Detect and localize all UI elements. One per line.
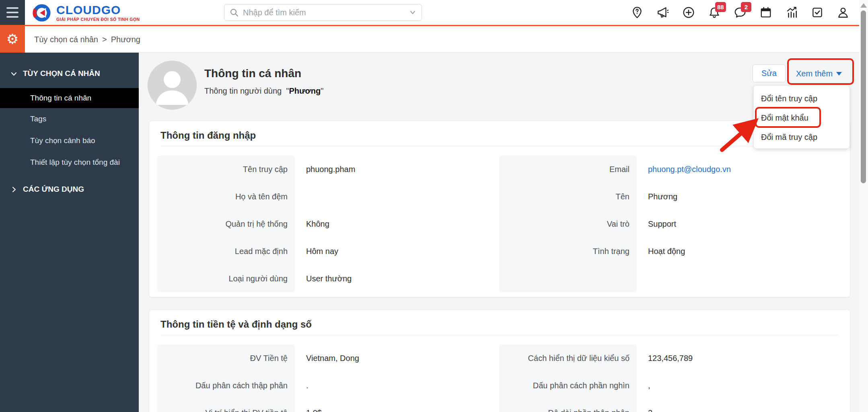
scrollbar-thumb[interactable] — [861, 10, 866, 183]
breadcrumb-bar: ⚙ Tùy chọn cá nhân > Phương — [0, 26, 868, 53]
breadcrumb-current: Phương — [111, 35, 140, 44]
cloudgo-logo: CLOUDGO GIẢI PHÁP CHUYỂN ĐỔI SỐ TINH GỌN — [31, 2, 140, 23]
page-subtitle: Thông tin người dùng "Phương" — [204, 86, 323, 96]
sidebar-item-personal-info[interactable]: Thông tin cá nhân — [0, 88, 139, 108]
avatar — [148, 61, 197, 110]
field-label: Email — [499, 165, 637, 174]
sidebar-item-label: Thiết lập tùy chọn tổng đài — [30, 158, 120, 167]
field-row-admin: Quản trị hệ thống Không — [157, 210, 497, 238]
field-value: User thường — [295, 274, 352, 283]
field-value: Support — [637, 219, 676, 229]
more-button-label: Xem thêm — [796, 69, 833, 78]
currency-info-card: Thông tin tiền tệ và định dạng số ĐV Tiề… — [149, 310, 850, 412]
field-label: Quản trị hệ thống — [157, 219, 295, 229]
field-row-default-lead: Lead mặc định Hôm nay — [157, 238, 497, 265]
sidebar-item-pbx-setup[interactable]: Thiết lập tùy chọn tổng đài — [0, 152, 139, 173]
login-left-fields: Tên truy cập phuong.pham Họ và tên đệm Q… — [157, 156, 497, 292]
field-row-username: Tên truy cập phuong.pham — [157, 156, 497, 183]
field-label: Vị trí hiển thị ĐV tiền tệ — [157, 408, 295, 412]
caret-down-icon — [836, 72, 842, 76]
logo-title: CLOUDGO — [56, 4, 140, 16]
messages-chat-icon[interactable]: 2 — [731, 4, 749, 21]
currency-right-fields: Cách hiển thị dữ liệu kiểu số 123,456,78… — [499, 344, 839, 412]
sidebar-group-applications[interactable]: CÁC ỨNG DỤNG — [0, 180, 139, 198]
currency-left-fields: ĐV Tiền tệ Vietnam, Dong Dấu phân cách t… — [157, 344, 497, 412]
calendar-icon[interactable] — [757, 4, 775, 21]
hamburger-menu-button[interactable] — [0, 0, 25, 25]
notifications-badge: 88 — [715, 2, 726, 12]
tasks-check-icon[interactable] — [808, 4, 826, 21]
search-icon — [229, 8, 239, 17]
field-label: Độ dài phần thập phân — [499, 408, 637, 412]
field-value: Phương — [637, 192, 677, 201]
breadcrumb-separator: > — [102, 35, 107, 44]
field-value: . — [295, 381, 309, 390]
analytics-chart-icon[interactable] — [783, 4, 800, 21]
subtitle-user-name: Phương — [289, 86, 321, 95]
sidebar-item-label: Tags — [30, 115, 46, 123]
cloudgo-logo-icon — [31, 2, 52, 23]
login-info-card: Thông tin đăng nhập Tên truy cập phuong.… — [149, 121, 850, 297]
sidebar-item-alert-options[interactable]: Tùy chọn cảnh báo — [0, 130, 139, 152]
main-content: Thông tin cá nhân Thông tin người dùng "… — [139, 53, 859, 412]
field-value: 2 — [637, 408, 652, 412]
user-account-icon[interactable] — [834, 4, 852, 21]
field-label: Dấu phân cách thập phân — [157, 381, 295, 390]
quote-close: " — [321, 86, 323, 95]
field-row-thousand-separator: Dấu phân cách phần nghìn , — [499, 372, 839, 399]
add-circle-icon[interactable] — [680, 4, 697, 21]
field-row-currency-unit: ĐV Tiền tệ Vietnam, Dong — [157, 344, 497, 372]
megaphone-icon[interactable] — [654, 4, 672, 21]
field-value: , — [637, 381, 650, 390]
field-label: Loại người dùng — [157, 274, 295, 283]
email-link[interactable]: phuong.pt@cloudgo.vn — [637, 165, 731, 174]
top-bar: CLOUDGO GIẢI PHÁP CHUYỂN ĐỔI SỐ TINH GỌN — [0, 0, 868, 25]
login-right-fields: Email phuong.pt@cloudgo.vn Tên Phương Va… — [499, 156, 839, 265]
field-row-decimal-length: Độ dài phần thập phân 2 — [499, 399, 839, 412]
field-label: Lead mặc định — [157, 247, 295, 256]
field-value: Hôm nay — [295, 247, 338, 256]
field-label: Tên truy cập — [157, 165, 295, 174]
section-title-currency: Thông tin tiền tệ và định dạng số — [160, 319, 312, 330]
global-search[interactable] — [224, 4, 422, 21]
notifications-bell-icon[interactable]: 88 — [706, 4, 723, 21]
sidebar-item-tags[interactable]: Tags — [0, 108, 139, 130]
sidebar-group-label: TÙY CHỌN CÁ NHÂN — [23, 69, 100, 78]
menu-item-change-access-code[interactable]: Đổi mã truy cập — [754, 127, 849, 147]
field-row-status: Tình trạng Hoạt động — [499, 238, 839, 265]
sidebar-item-label: Thông tin cá nhân — [30, 94, 91, 102]
field-value: phuong.pham — [295, 165, 355, 174]
section-title-login: Thông tin đăng nhập — [160, 130, 256, 141]
messages-badge: 2 — [741, 2, 751, 12]
field-row-middle-name: Họ và tên đệm — [157, 183, 497, 210]
breadcrumb-section[interactable]: Tùy chọn cá nhân — [34, 35, 98, 44]
edit-button[interactable]: Sửa — [753, 64, 786, 82]
menu-item-change-password[interactable]: Đổi mật khẩu — [754, 108, 849, 127]
field-row-user-type: Loại người dùng User thường — [157, 265, 497, 292]
search-input[interactable] — [243, 8, 409, 17]
field-row-first-name: Tên Phương — [499, 183, 839, 210]
field-label: Họ và tên đệm — [157, 192, 295, 201]
more-button[interactable]: Xem thêm — [796, 66, 842, 81]
field-label: Dấu phân cách phần nghìn — [499, 381, 637, 390]
page-title: Thông tin cá nhân — [204, 67, 301, 80]
chevron-right-icon — [10, 186, 17, 193]
field-label: Tình trạng — [499, 247, 637, 256]
search-scope-chevron-icon[interactable] — [409, 8, 417, 16]
logo-tagline: GIẢI PHÁP CHUYỂN ĐỔI SỐ TINH GỌN — [56, 17, 140, 22]
field-row-email: Email phuong.pt@cloudgo.vn — [499, 156, 839, 183]
more-dropdown-menu: Đổi tên truy cập Đổi mật khẩu Đổi mã tru… — [753, 85, 850, 149]
field-row-role: Vai trò Support — [499, 210, 839, 238]
menu-item-change-username[interactable]: Đổi tên truy cập — [754, 89, 849, 108]
settings-gear-icon[interactable]: ⚙ — [0, 25, 25, 53]
field-value: Vietnam, Dong — [295, 354, 359, 363]
field-value: 123,456,789 — [637, 354, 693, 363]
field-value: Không — [295, 219, 329, 229]
help-pin-icon[interactable] — [628, 4, 646, 21]
cloudgo-app-window: CLOUDGO GIẢI PHÁP CHUYỂN ĐỔI SỐ TINH GỌN — [0, 0, 868, 412]
scroll-up-arrow-icon[interactable] — [860, 3, 867, 8]
section-divider — [160, 146, 839, 146]
field-row-decimal-separator: Dấu phân cách thập phân . — [157, 372, 497, 399]
vertical-scrollbar[interactable] — [859, 0, 868, 412]
sidebar-group-personal-options[interactable]: TÙY CHỌN CÁ NHÂN — [0, 65, 139, 82]
